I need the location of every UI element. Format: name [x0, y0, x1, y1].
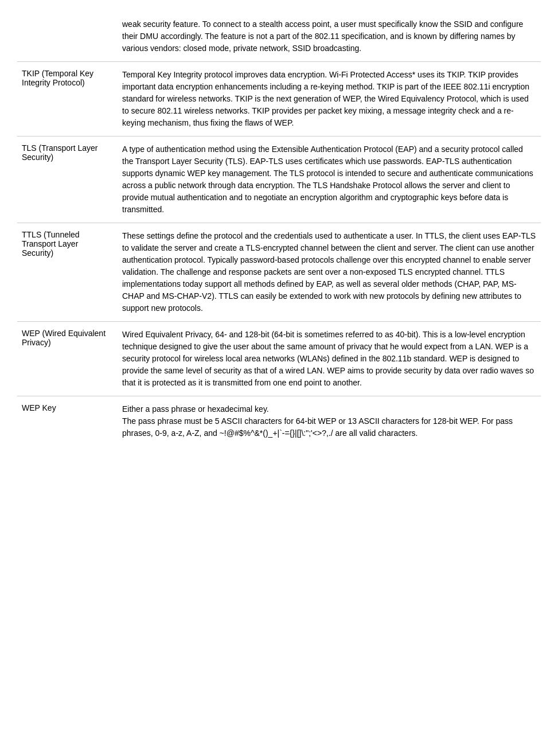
table-row: TLS (Transport Layer Security)A type of … — [17, 137, 541, 223]
term-cell: TLS (Transport Layer Security) — [17, 137, 118, 223]
table-row: WEP KeyEither a pass phrase or hexadecim… — [17, 396, 541, 447]
description-cell: A type of authentication method using th… — [118, 137, 541, 223]
table-row: weak security feature. To connect to a s… — [17, 11, 541, 62]
term-cell: WEP Key — [17, 396, 118, 447]
table-row: TTLS (Tunneled Transport Layer Security)… — [17, 223, 541, 322]
description-cell: Either a pass phrase or hexadecimal key.… — [118, 396, 541, 447]
description-cell: Wired Equivalent Privacy, 64- and 128-bi… — [118, 322, 541, 396]
description-cell: weak security feature. To connect to a s… — [118, 11, 541, 62]
term-cell: TKIP (Temporal Key Integrity Protocol) — [17, 62, 118, 137]
description-cell: Temporal Key Integrity protocol improves… — [118, 62, 541, 137]
glossary-table: weak security feature. To connect to a s… — [17, 11, 541, 446]
table-row: TKIP (Temporal Key Integrity Protocol)Te… — [17, 62, 541, 137]
table-row: WEP (Wired Equivalent Privacy)Wired Equi… — [17, 322, 541, 396]
term-cell — [17, 11, 118, 62]
term-cell: WEP (Wired Equivalent Privacy) — [17, 322, 118, 396]
term-cell: TTLS (Tunneled Transport Layer Security) — [17, 223, 118, 322]
page-container: weak security feature. To connect to a s… — [0, 0, 558, 458]
description-cell: These settings define the protocol and t… — [118, 223, 541, 322]
